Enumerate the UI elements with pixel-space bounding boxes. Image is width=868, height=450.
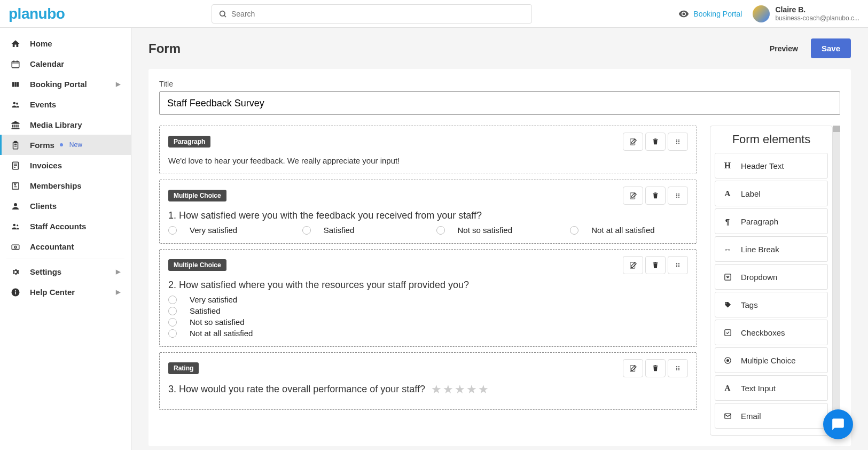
svg-point-47 bbox=[676, 366, 677, 367]
option[interactable]: Satisfied bbox=[302, 226, 420, 235]
svg-point-37 bbox=[676, 197, 677, 198]
form-block-0[interactable]: Paragraph We'd love to hear your feedbac… bbox=[159, 126, 697, 174]
sidebar-item-help-center[interactable]: Help Center ▶ bbox=[0, 282, 131, 302]
svg-point-18 bbox=[13, 223, 16, 226]
drag-handle[interactable] bbox=[668, 256, 688, 274]
option[interactable]: Not at all satisfied bbox=[570, 226, 688, 235]
form-title-input[interactable] bbox=[159, 91, 840, 115]
svg-line-1 bbox=[224, 15, 226, 17]
sidebar-item-clients[interactable]: Clients bbox=[0, 196, 131, 216]
money-icon bbox=[11, 241, 20, 251]
app-logo[interactable]: planubo bbox=[9, 5, 78, 22]
svg-point-19 bbox=[17, 224, 18, 226]
search-input[interactable] bbox=[231, 10, 525, 18]
edit-button[interactable] bbox=[623, 133, 643, 151]
sidebar-item-events[interactable]: Events bbox=[0, 94, 131, 114]
users-icon bbox=[11, 99, 20, 109]
svg-point-31 bbox=[678, 143, 679, 144]
eye-icon bbox=[678, 9, 689, 19]
element-multiple-choice[interactable]: Multiple Choice bbox=[715, 347, 828, 373]
element-icon: H bbox=[723, 161, 732, 170]
search-icon bbox=[218, 9, 227, 18]
element-checkboxes[interactable]: Checkboxes bbox=[715, 320, 828, 345]
save-button[interactable]: Save bbox=[811, 38, 851, 58]
element-tags[interactable]: Tags bbox=[715, 292, 828, 317]
option[interactable]: Not so satisfied bbox=[168, 317, 688, 327]
sidebar-item-calendar[interactable]: Calendar bbox=[0, 53, 131, 74]
block-type-tag: Multiple Choice bbox=[168, 190, 226, 201]
sidebar-item-home[interactable]: Home bbox=[0, 33, 131, 53]
element-label[interactable]: A Label bbox=[715, 181, 828, 206]
option-label: Not at all satisfied bbox=[591, 226, 654, 235]
option[interactable]: Very satisfied bbox=[168, 295, 688, 304]
element-icon bbox=[723, 300, 732, 309]
svg-point-7 bbox=[16, 102, 18, 104]
sidebar-item-label: Forms bbox=[30, 141, 54, 150]
sidebar-item-accountant[interactable]: Accountant bbox=[0, 236, 131, 257]
sidebar-item-memberships[interactable]: Memberships bbox=[0, 175, 131, 196]
element-icon: ↔ bbox=[723, 245, 732, 254]
drag-handle[interactable] bbox=[668, 359, 688, 377]
sidebar-item-booking-portal[interactable]: Booking Portal ▶ bbox=[0, 74, 131, 94]
sidebar-item-label: Home bbox=[30, 39, 52, 48]
edit-button[interactable] bbox=[623, 256, 643, 274]
preview-button[interactable]: Preview bbox=[763, 40, 804, 57]
svg-point-56 bbox=[726, 360, 729, 362]
option[interactable]: Not so satisfied bbox=[436, 226, 554, 235]
star-icon[interactable]: ★ bbox=[431, 383, 442, 397]
sidebar-item-invoices[interactable]: Invoices bbox=[0, 155, 131, 175]
radio-icon bbox=[436, 226, 445, 235]
svg-point-36 bbox=[678, 195, 679, 196]
form-elements-title: Form elements bbox=[715, 133, 828, 146]
edit-button[interactable] bbox=[623, 359, 643, 377]
badge-dot bbox=[60, 143, 63, 146]
booking-portal-link[interactable]: Booking Portal bbox=[678, 9, 742, 19]
delete-button[interactable] bbox=[645, 133, 666, 151]
delete-button[interactable] bbox=[645, 256, 666, 274]
sidebar-item-label: Booking Portal bbox=[30, 80, 87, 89]
form-block-2[interactable]: Multiple Choice 2. How satisfied where y… bbox=[159, 249, 697, 347]
element-line-break[interactable]: ↔ Line Break bbox=[715, 236, 828, 262]
sidebar-item-media-library[interactable]: Media Library bbox=[0, 114, 131, 135]
user-menu[interactable]: Claire B. business-coach@planubo.c... bbox=[753, 5, 859, 22]
element-email[interactable]: Email bbox=[715, 403, 828, 429]
element-text-input[interactable]: A Text Input bbox=[715, 375, 828, 401]
chat-button[interactable] bbox=[823, 409, 853, 439]
star-icon[interactable]: ★ bbox=[478, 383, 489, 397]
drag-handle[interactable] bbox=[668, 187, 688, 205]
paragraph-text: We'd love to hear your feedback. We real… bbox=[168, 156, 688, 165]
star-rating[interactable]: ★★★★★ bbox=[431, 383, 489, 397]
element-dropdown[interactable]: Dropdown bbox=[715, 264, 828, 290]
svg-point-50 bbox=[678, 368, 679, 369]
delete-button[interactable] bbox=[645, 359, 666, 377]
sidebar-item-label: Calendar bbox=[30, 59, 64, 68]
sidebar-item-settings[interactable]: Settings ▶ bbox=[0, 261, 131, 282]
sidebar-item-forms[interactable]: Forms New bbox=[0, 135, 131, 155]
panel-scrollbar[interactable] bbox=[833, 126, 840, 436]
svg-point-35 bbox=[676, 195, 677, 196]
svg-point-33 bbox=[676, 193, 677, 195]
sidebar-item-label: Help Center bbox=[30, 288, 75, 297]
info-icon bbox=[11, 286, 20, 297]
star-icon[interactable]: ★ bbox=[443, 383, 453, 397]
form-block-1[interactable]: Multiple Choice 1. How satisfied were yo… bbox=[159, 180, 697, 244]
block-type-tag: Multiple Choice bbox=[168, 259, 226, 271]
form-block-3[interactable]: Rating 3. How would you rate the overall… bbox=[159, 352, 697, 410]
option[interactable]: Not at all satisfied bbox=[168, 329, 688, 338]
sidebar-item-staff-accounts[interactable]: Staff Accounts bbox=[0, 216, 131, 236]
element-label: Multiple Choice bbox=[741, 356, 796, 365]
option[interactable]: Satisfied bbox=[168, 306, 688, 315]
option[interactable]: Very satisfied bbox=[168, 226, 286, 235]
element-label: Line Break bbox=[741, 245, 779, 254]
element-paragraph[interactable]: ¶ Paragraph bbox=[715, 208, 828, 234]
invoice-icon bbox=[11, 160, 20, 170]
user-name: Claire B. bbox=[775, 5, 859, 14]
svg-point-30 bbox=[676, 143, 677, 144]
drag-handle[interactable] bbox=[668, 133, 688, 151]
edit-button[interactable] bbox=[623, 187, 643, 205]
star-icon[interactable]: ★ bbox=[455, 383, 465, 397]
delete-button[interactable] bbox=[645, 187, 666, 205]
star-icon[interactable]: ★ bbox=[466, 383, 477, 397]
element-header-text[interactable]: H Header Text bbox=[715, 153, 828, 179]
search-box[interactable] bbox=[212, 4, 532, 24]
